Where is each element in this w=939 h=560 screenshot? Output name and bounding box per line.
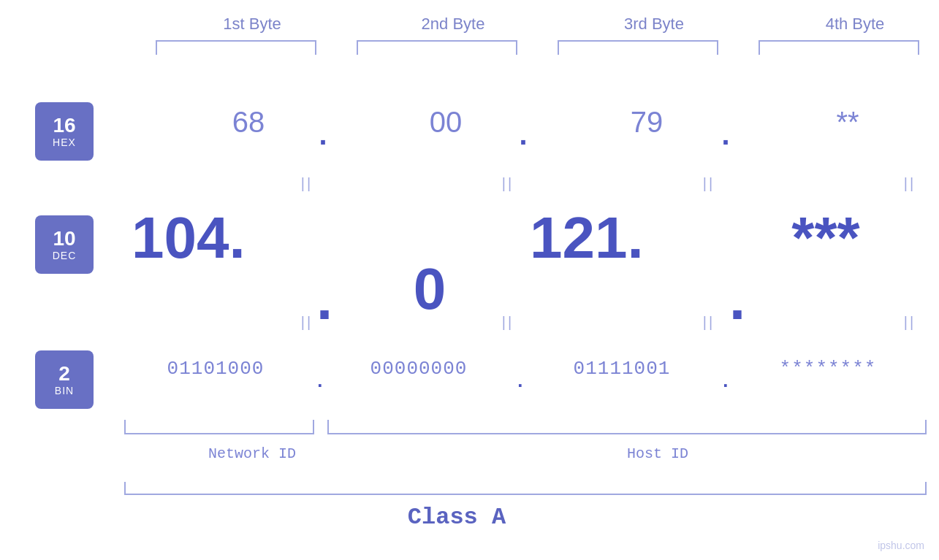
dec-byte2: 0 [357,256,503,323]
bracket-full [124,482,927,495]
byte4-label: 4th Byte [756,15,939,34]
eq2-byte4: || [837,314,939,331]
eq2-byte1: || [234,314,380,331]
network-id-label: Network ID [153,445,351,462]
bin-badge: 2 BIN [35,350,94,409]
bracket-top-1 [156,40,316,55]
eq2-byte3: || [636,314,782,331]
host-id-label: Host ID [512,445,804,462]
class-label: Class A [0,504,913,531]
dec-badge-base: DEC [53,250,77,261]
byte2-label: 2nd Byte [354,15,552,34]
hex-badge: 16 HEX [35,102,94,161]
hex-byte3: 79 [574,106,720,139]
dec-byte3: 121. [530,204,644,272]
hex-dot3: . [717,120,734,153]
eq1-byte3: || [636,175,782,192]
dec-badge-num: 10 [53,228,75,250]
dec-byte4: *** [731,204,921,272]
eq1-byte1: || [234,175,380,192]
hex-dot1: . [314,120,332,153]
bin-dot1: . [314,371,326,393]
main-layout: 1st Byte 2nd Byte 3rd Byte 4th Byte 16 H… [0,0,939,560]
bracket-top-4 [759,40,919,55]
bin-dot2: . [514,371,526,393]
bin-byte4: ******** [733,358,923,380]
bin-dot3: . [720,371,731,393]
eq1-byte2: || [435,175,581,192]
bracket-top-2 [357,40,517,55]
byte1-label: 1st Byte [153,15,351,34]
byte3-label: 3rd Byte [555,15,753,34]
hex-byte1: 68 [175,106,322,139]
bracket-host [327,420,927,434]
bin-byte3: 01111001 [531,358,713,380]
bracket-network [124,420,314,434]
eq2-byte2: || [435,314,581,331]
hex-badge-num: 16 [53,115,75,137]
bin-byte1: 01101000 [124,358,307,380]
hex-byte4: ** [775,106,921,139]
dec-badge: 10 DEC [35,215,94,274]
eq1-byte4: || [837,175,939,192]
bin-badge-base: BIN [55,385,74,396]
watermark: ipshu.com [878,540,924,553]
bin-badge-num: 2 [58,363,70,386]
hex-dot2: . [514,120,532,153]
hex-byte2: 00 [373,106,519,139]
hex-badge-base: HEX [53,137,76,148]
bracket-top-3 [558,40,718,55]
dec-byte1: 104. [132,204,246,272]
bin-byte2: 00000000 [327,358,510,380]
